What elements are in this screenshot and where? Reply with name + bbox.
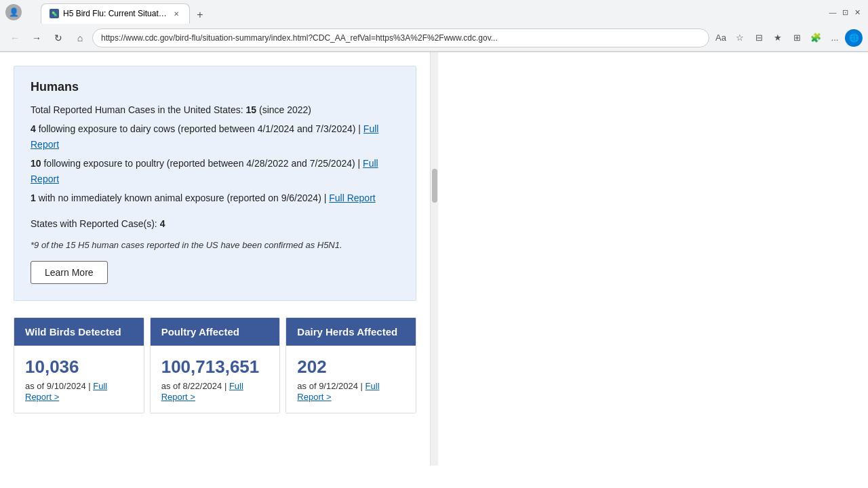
- browser-chrome: 👤 🦠 H5 Bird Flu: Current Situation | B..…: [0, 0, 868, 52]
- back-button[interactable]: ←: [5, 28, 24, 47]
- favorites-button[interactable]: ★: [769, 29, 787, 47]
- humans-section-title: Humans: [31, 80, 399, 94]
- tab-favicon: 🦠: [50, 9, 59, 18]
- extensions-button[interactable]: 🧩: [807, 29, 825, 47]
- minimize-button[interactable]: —: [827, 7, 838, 18]
- learn-more-button[interactable]: Learn More: [31, 261, 108, 284]
- main-area: Humans Total Reported Human Cases in the…: [0, 52, 430, 466]
- split-view-button[interactable]: ⊟: [750, 29, 768, 47]
- profile-button[interactable]: 🌐: [845, 29, 863, 47]
- profile-avatar[interactable]: 👤: [5, 4, 22, 20]
- dairy-herds-date: as of 9/12/2024 | Full Report >: [297, 381, 379, 402]
- wild-birds-number: 10,036: [25, 357, 133, 378]
- poultry-number: 100,713,651: [161, 357, 269, 378]
- home-button[interactable]: ⌂: [71, 28, 90, 47]
- scrollbar[interactable]: [430, 52, 438, 466]
- dairy-herds-number: 202: [297, 357, 405, 378]
- poultry-card: Poultry Affected 100,713,651 as of 8/22/…: [150, 317, 281, 413]
- h5n1-note: *9 of the 15 H5 human cases reported in …: [31, 240, 399, 250]
- poultry-cases-text: 10 following exposure to poultry (report…: [31, 156, 399, 186]
- wild-birds-card: Wild Birds Detected 10,036 as of 9/10/20…: [14, 317, 144, 413]
- maximize-button[interactable]: ⊡: [840, 7, 850, 18]
- title-bar: 👤 🦠 H5 Bird Flu: Current Situation | B..…: [0, 0, 868, 24]
- wild-birds-body: 10,036 as of 9/10/2024 | Full Report >: [14, 346, 144, 413]
- new-tab-button[interactable]: +: [191, 6, 209, 24]
- reader-view-button[interactable]: Aa: [712, 29, 730, 47]
- tab-label: H5 Bird Flu: Current Situation | B...: [63, 9, 167, 18]
- poultry-header: Poultry Affected: [151, 318, 280, 346]
- bookmark-button[interactable]: ☆: [731, 29, 749, 47]
- wild-birds-header: Wild Birds Detected: [14, 318, 144, 346]
- dairy-herds-header: Dairy Herds Affected: [286, 318, 416, 346]
- dairy-cases-text: 4 following exposure to dairy cows (repo…: [31, 121, 399, 152]
- stats-row: Wild Birds Detected 10,036 as of 9/10/20…: [14, 317, 416, 413]
- toolbar-actions: Aa ☆ ⊟ ★ ⊞ 🧩 ... 🌐: [712, 29, 863, 47]
- poultry-body: 100,713,651 as of 8/22/2024 | Full Repor…: [151, 346, 280, 413]
- address-text: https://www.cdc.gov/bird-flu/situation-s…: [101, 33, 498, 43]
- unknown-full-report-link[interactable]: Full Report: [329, 192, 375, 203]
- page-content: Humans Total Reported Human Cases in the…: [0, 52, 868, 466]
- unknown-cases-text: 1 with no immediately known animal expos…: [31, 190, 399, 205]
- dairy-cases-number: 4: [31, 123, 36, 134]
- more-button[interactable]: ...: [826, 29, 844, 47]
- dairy-herds-card: Dairy Herds Affected 202 as of 9/12/2024…: [285, 317, 416, 413]
- close-button[interactable]: ✕: [852, 7, 863, 18]
- reload-button[interactable]: ↻: [49, 28, 68, 47]
- humans-section: Humans Total Reported Human Cases in the…: [14, 66, 416, 301]
- poultry-date: as of 8/22/2024 | Full Report >: [161, 381, 243, 402]
- total-cases-text: Total Reported Human Cases in the United…: [31, 102, 399, 117]
- unknown-cases-number: 1: [31, 192, 36, 203]
- total-cases-number: 15: [246, 104, 257, 115]
- forward-button[interactable]: →: [27, 28, 46, 47]
- poultry-cases-number: 10: [31, 158, 41, 169]
- dairy-herds-body: 202 as of 9/12/2024 | Full Report >: [286, 346, 416, 413]
- states-number: 4: [160, 218, 165, 229]
- wild-birds-date: as of 9/10/2024 | Full Report >: [25, 381, 107, 402]
- collections-button[interactable]: ⊞: [788, 29, 806, 47]
- right-empty-area: [438, 52, 868, 466]
- tab-active[interactable]: 🦠 H5 Bird Flu: Current Situation | B... …: [41, 3, 190, 24]
- tab-bar: 🦠 H5 Bird Flu: Current Situation | B... …: [35, 1, 822, 24]
- scrollbar-thumb[interactable]: [432, 169, 437, 203]
- browser-toolbar: ← → ↻ ⌂ https://www.cdc.gov/bird-flu/sit…: [0, 24, 868, 52]
- tab-close-button[interactable]: ✕: [172, 9, 181, 18]
- address-bar[interactable]: https://www.cdc.gov/bird-flu/situation-s…: [92, 28, 709, 47]
- states-text: States with Reported Case(s): 4: [31, 216, 399, 231]
